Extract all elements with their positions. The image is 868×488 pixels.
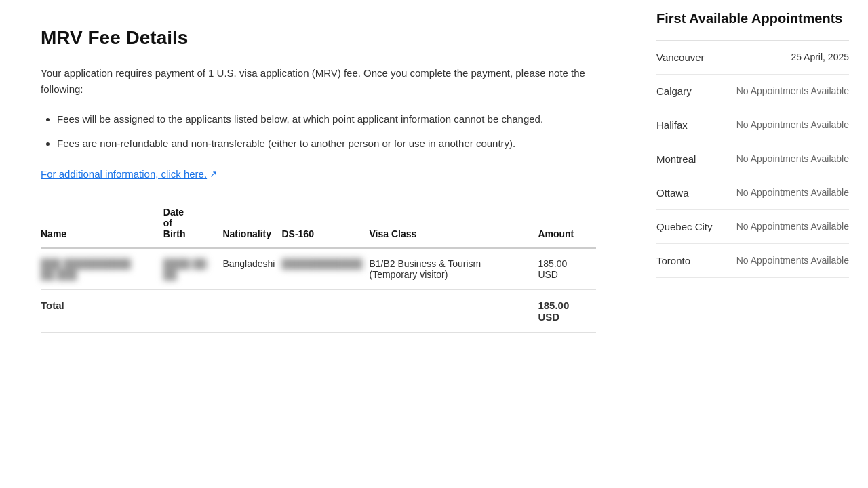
bullet-item-1: Fees will be assigned to the applicants … bbox=[57, 111, 596, 127]
city-name: Montreal bbox=[656, 153, 711, 165]
total-amount: 185.00 USD bbox=[538, 290, 596, 333]
appointments-title: First Available Appointments bbox=[656, 0, 849, 41]
page-title: MRV Fee Details bbox=[41, 27, 596, 49]
sidebar: First Available Appointments Vancouver25… bbox=[637, 0, 868, 488]
cell-name: ███ ██████████ ██.███ bbox=[41, 248, 163, 290]
main-content: MRV Fee Details Your application require… bbox=[0, 0, 637, 488]
appointment-status: No Appointments Available bbox=[736, 255, 849, 266]
city-name: Ottawa bbox=[656, 187, 711, 199]
col-header-nationality: Nationality bbox=[222, 201, 281, 248]
appointment-row: CalgaryNo Appointments Available bbox=[656, 75, 849, 108]
appointment-row: TorontoNo Appointments Available bbox=[656, 244, 849, 278]
appointment-status: No Appointments Available bbox=[736, 221, 849, 232]
additional-info-link[interactable]: For additional information, click here. … bbox=[41, 168, 217, 180]
col-header-name: Name bbox=[41, 201, 163, 248]
total-row: Total 185.00 USD bbox=[41, 290, 596, 333]
col-header-ds160: DS-160 bbox=[281, 201, 369, 248]
bullet-item-2: Fees are non-refundable and non-transfer… bbox=[57, 136, 596, 152]
appointment-row: OttawaNo Appointments Available bbox=[656, 176, 849, 210]
appointment-row: Vancouver25 April, 2025 bbox=[656, 41, 849, 75]
external-link-icon: ↗ bbox=[210, 169, 217, 179]
description-text: Your application requires payment of 1 U… bbox=[41, 65, 596, 98]
appointment-row: HalifaxNo Appointments Available bbox=[656, 108, 849, 142]
appointment-row: MontrealNo Appointments Available bbox=[656, 142, 849, 176]
appointment-status: No Appointments Available bbox=[736, 153, 849, 164]
col-header-dob: DateofBirth bbox=[163, 201, 223, 248]
cell-nationality: Bangladeshi bbox=[222, 248, 281, 290]
city-name: Vancouver bbox=[656, 52, 711, 63]
cell-visa-class: B1/B2 Business & Tourism (Temporary visi… bbox=[370, 248, 538, 290]
col-header-amount: Amount bbox=[538, 201, 596, 248]
total-label: Total bbox=[41, 290, 163, 333]
appointment-status: No Appointments Available bbox=[736, 119, 849, 130]
cell-amount: 185.00 USD bbox=[538, 248, 596, 290]
table-row: ███ ██████████ ██.███ ████ ██-██ Banglad… bbox=[41, 248, 596, 290]
appointment-status: No Appointments Available bbox=[736, 85, 849, 96]
col-header-visa-class: Visa Class bbox=[370, 201, 538, 248]
city-name: Quebec City bbox=[656, 221, 713, 232]
city-name: Calgary bbox=[656, 85, 711, 97]
cell-dob: ████ ██-██ bbox=[163, 248, 223, 290]
city-name: Toronto bbox=[656, 255, 711, 266]
appointment-status: 25 April, 2025 bbox=[791, 52, 849, 62]
bullet-list: Fees will be assigned to the applicants … bbox=[41, 111, 596, 152]
fee-table: Name DateofBirth Nationality DS-160 Visa… bbox=[41, 201, 596, 333]
cell-ds160: ████████████ bbox=[281, 248, 369, 290]
appointment-row: Quebec CityNo Appointments Available bbox=[656, 210, 849, 244]
city-name: Halifax bbox=[656, 119, 711, 131]
appointments-list: Vancouver25 April, 2025CalgaryNo Appoint… bbox=[656, 41, 849, 278]
appointment-status: No Appointments Available bbox=[736, 187, 849, 198]
